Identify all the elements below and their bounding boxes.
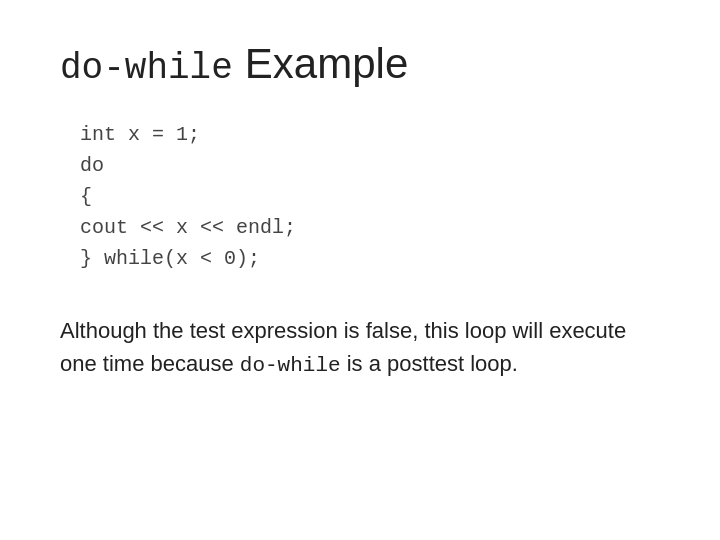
slide: do-while Example int x = 1; do { cout <<…	[0, 0, 720, 540]
title-text: Example	[245, 40, 408, 88]
code-line-2: do	[80, 150, 660, 181]
code-block: int x = 1; do { cout << x << endl; } whi…	[80, 119, 660, 274]
code-line-5: } while(x < 0);	[80, 243, 660, 274]
code-line-3: {	[80, 181, 660, 212]
description: Although the test expression is false, t…	[60, 314, 660, 382]
description-part2: is a posttest loop.	[341, 351, 518, 376]
code-line-4: cout << x << endl;	[80, 212, 660, 243]
description-inline-code: do-while	[240, 354, 341, 377]
code-line-1: int x = 1;	[80, 119, 660, 150]
title-row: do-while Example	[60, 40, 660, 89]
title-code: do-while	[60, 48, 233, 89]
